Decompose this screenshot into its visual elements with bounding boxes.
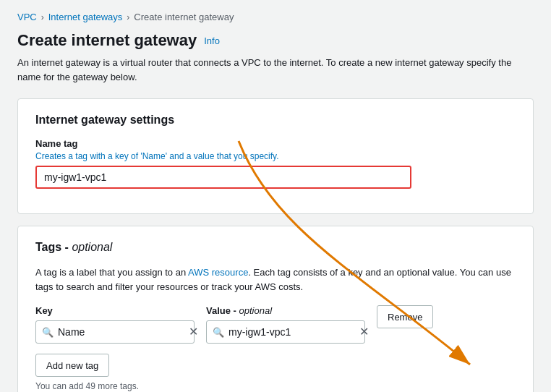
tags-description: A tag is a label that you assign to an A… (35, 265, 516, 294)
name-tag-label: Name tag (35, 138, 516, 149)
value-column-label: Value - optional (206, 305, 365, 316)
value-input-wrapper: 🔍 ✕ (206, 320, 365, 344)
name-tag-hint: Creates a tag with a key of 'Name' and a… (35, 151, 516, 161)
tags-card-title: Tags - optional (35, 241, 516, 254)
value-optional-label: optional (239, 305, 273, 316)
aws-resource-link[interactable]: AWS resource (188, 267, 248, 278)
value-search-icon: 🔍 (213, 327, 224, 338)
tags-header-row: Key 🔍 ✕ Value - optional 🔍 ✕ (35, 305, 516, 344)
breadcrumb: VPC › Internet gateways › Create interne… (17, 12, 534, 22)
breadcrumb-vpc[interactable]: VPC (17, 12, 37, 22)
tags-card: Tags - optional A tag is a label that yo… (17, 226, 534, 392)
key-column-label: Key (35, 305, 195, 316)
name-tag-field: Name tag Creates a tag with a key of 'Na… (35, 138, 516, 189)
add-tag-hint: You can add 49 more tags. (35, 381, 516, 391)
value-clear-icon[interactable]: ✕ (359, 326, 369, 338)
breadcrumb-sep-2: › (127, 12, 129, 22)
breadcrumb-sep-1: › (41, 12, 44, 22)
breadcrumb-internet-gateways[interactable]: Internet gateways (48, 12, 123, 22)
remove-tag-button[interactable]: Remove (377, 305, 433, 328)
settings-card-title: Internet gateway settings (35, 114, 516, 127)
page-title-row: Create internet gateway Info (17, 31, 534, 50)
page-description: An internet gateway is a virtual router … (17, 56, 534, 84)
info-link[interactable]: Info (204, 35, 220, 46)
settings-card: Internet gateway settings Name tag Creat… (17, 98, 534, 214)
add-new-tag-button[interactable]: Add new tag (35, 354, 109, 377)
key-input[interactable] (58, 326, 184, 338)
value-input[interactable] (228, 326, 355, 338)
key-search-icon: 🔍 (42, 327, 54, 338)
breadcrumb-current: Create internet gateway (134, 12, 234, 22)
key-input-wrapper: 🔍 ✕ (35, 320, 195, 344)
page-title: Create internet gateway (17, 31, 197, 50)
key-clear-icon[interactable]: ✕ (189, 326, 198, 338)
tags-optional-label: optional (72, 241, 112, 253)
name-tag-input[interactable] (35, 166, 411, 189)
